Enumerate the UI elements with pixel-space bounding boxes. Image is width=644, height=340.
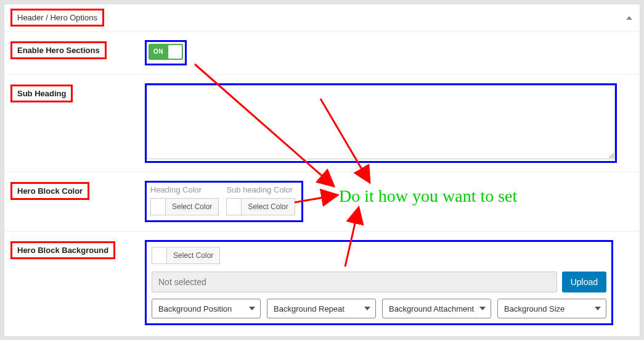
options-panel: Header / Hero Options Enable Hero Sectio… — [4, 4, 640, 337]
hero-block-color-label: Hero Block Color — [10, 182, 89, 200]
panel-header[interactable]: Header / Hero Options — [4, 4, 640, 31]
heading-color-sublabel: Heading Color — [150, 185, 219, 194]
chevron-down-icon — [364, 307, 370, 310]
row-hero-block-color: Hero Block Color Heading Color Select Co… — [4, 172, 640, 231]
row-label: Hero Block Background — [10, 240, 145, 325]
subheading-color-button[interactable]: Select Color — [226, 198, 295, 215]
subheading-color-cell: Sub heading Color Select Color — [226, 185, 295, 215]
row-body: Heading Color Select Color Sub heading C… — [145, 181, 632, 222]
background-repeat-select[interactable]: Background Repeat — [267, 299, 376, 318]
color-swatch-icon — [227, 199, 242, 215]
background-attachment-select[interactable]: Background Attachment — [382, 299, 491, 318]
background-size-select[interactable]: Background Size — [497, 299, 606, 318]
select-label: Background Attachment — [389, 304, 474, 313]
row-body: ON — [145, 40, 632, 65]
hero-block-background-label: Hero Block Background — [10, 241, 115, 259]
chevron-down-icon — [249, 307, 255, 310]
select-color-text: Select Color — [167, 251, 219, 260]
row-hero-block-background: Hero Block Background Select Color Not s… — [4, 231, 640, 334]
subheading-color-sublabel: Sub heading Color — [226, 185, 295, 194]
enable-hero-label: Enable Hero Sections — [10, 41, 107, 59]
upload-button[interactable]: Upload — [562, 272, 606, 292]
background-group-highlight: Select Color Not selected Upload Backgro… — [145, 240, 613, 325]
select-color-text: Select Color — [166, 202, 218, 211]
color-swatch-icon — [151, 199, 166, 215]
color-swatch-icon — [152, 247, 167, 263]
row-label: Enable Hero Sections — [10, 40, 145, 65]
sub-heading-label: Sub Heading — [10, 85, 73, 102]
chevron-down-icon — [595, 307, 601, 310]
enable-hero-toggle[interactable]: ON — [149, 44, 183, 60]
background-image-field: Not selected — [152, 272, 557, 292]
select-label: Background Position — [158, 304, 232, 313]
toggle-highlight: ON — [145, 40, 187, 65]
background-position-select[interactable]: Background Position — [152, 299, 261, 318]
row-body — [145, 83, 632, 163]
row-label: Sub Heading — [10, 83, 145, 163]
select-color-text: Select Color — [242, 202, 294, 211]
toggle-knob — [168, 45, 182, 59]
panel-title: Header / Hero Options — [10, 9, 104, 27]
row-sub-heading: Sub Heading — [4, 75, 640, 172]
color-pickers-highlight: Heading Color Select Color Sub heading C… — [145, 181, 303, 222]
background-color-button[interactable]: Select Color — [152, 247, 220, 264]
chevron-down-icon — [479, 307, 486, 310]
collapse-caret-icon[interactable] — [626, 16, 632, 20]
row-body: Select Color Not selected Upload Backgro… — [145, 240, 632, 325]
sub-heading-textarea[interactable] — [147, 85, 615, 159]
heading-color-cell: Heading Color Select Color — [150, 185, 219, 215]
toggle-on-label: ON — [153, 48, 163, 55]
select-label: Background Repeat — [274, 304, 344, 313]
not-selected-text: Not selected — [158, 277, 206, 287]
select-label: Background Size — [504, 304, 565, 313]
heading-color-button[interactable]: Select Color — [150, 198, 219, 215]
row-enable-hero: Enable Hero Sections ON — [4, 31, 640, 75]
row-label: Hero Block Color — [10, 181, 145, 222]
textarea-highlight — [145, 83, 617, 163]
